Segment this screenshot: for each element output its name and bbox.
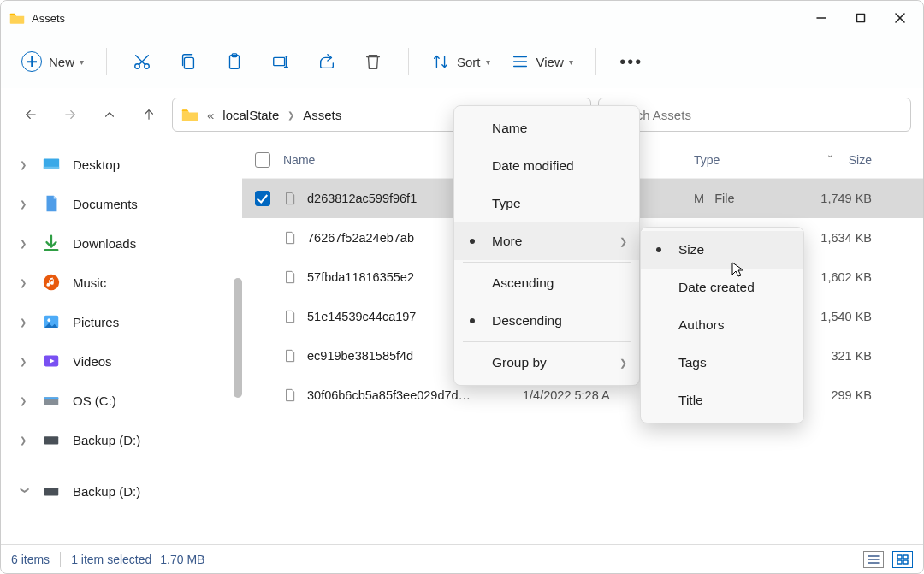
sort-menu: Name Date modified Type More❯ Ascending … — [453, 105, 640, 386]
sidebar-item-pictures[interactable]: ❯Pictures — [6, 302, 237, 341]
plus-circle-icon — [21, 51, 42, 72]
svg-rect-34 — [897, 560, 902, 564]
sort-name[interactable]: Name — [454, 109, 639, 147]
file-icon — [283, 231, 297, 245]
sidebar: ❯Desktop ❯Documents ❯Downloads ❯Music ❯P… — [1, 141, 242, 546]
search-box[interactable] — [598, 98, 911, 132]
sort-ascending[interactable]: Ascending — [454, 264, 639, 302]
breadcrumb-part[interactable]: Assets — [303, 108, 341, 122]
menu-separator — [463, 262, 631, 263]
svg-rect-8 — [184, 57, 193, 68]
more-authors[interactable]: Authors — [641, 306, 803, 344]
sort-more[interactable]: More❯ — [454, 222, 639, 260]
svg-rect-33 — [903, 555, 908, 559]
sort-type[interactable]: Type — [454, 185, 639, 222]
minimize-button[interactable] — [802, 1, 841, 35]
file-icon — [283, 310, 297, 323]
cut-button[interactable] — [121, 43, 163, 80]
chevron-down-icon: ▾ — [569, 57, 573, 67]
sidebar-item-backup-d-1[interactable]: ❯Backup (D:) — [6, 420, 237, 459]
sidebar-item-os-c[interactable]: ❯OS (C:) — [6, 381, 237, 420]
view-thumbnails-toggle[interactable] — [892, 551, 913, 568]
separator — [408, 48, 409, 75]
svg-rect-35 — [903, 560, 908, 564]
forward-button[interactable] — [54, 98, 86, 131]
more-button[interactable]: ••• — [610, 43, 653, 80]
folder-icon — [181, 108, 198, 121]
svg-rect-28 — [44, 488, 59, 495]
breadcrumb-part[interactable]: localState — [222, 108, 279, 122]
chevron-down-icon: ▾ — [80, 57, 84, 67]
row-checkbox[interactable] — [255, 191, 270, 206]
chevron-right-icon: ❯ — [619, 236, 627, 247]
close-button[interactable] — [880, 1, 920, 35]
more-size[interactable]: Size — [641, 231, 803, 269]
list-icon — [511, 52, 530, 71]
status-bar: 6 items 1 item selected 1.70 MB — [1, 544, 923, 573]
view-button[interactable]: View ▾ — [502, 43, 582, 80]
sidebar-item-videos[interactable]: ❯Videos — [6, 341, 237, 381]
rename-button[interactable] — [259, 43, 302, 80]
view-details-toggle[interactable] — [863, 551, 884, 568]
svg-rect-11 — [274, 57, 285, 65]
sidebar-item-documents[interactable]: ❯Documents — [6, 184, 237, 223]
file-icon — [283, 192, 297, 205]
column-type[interactable]: Type — [694, 153, 792, 167]
more-date-created[interactable]: Date created — [641, 269, 803, 306]
window-title: Assets — [32, 12, 65, 25]
recent-button[interactable] — [93, 98, 126, 131]
rename-icon — [271, 52, 290, 71]
sort-descending-icon: ⌄ — [826, 150, 833, 159]
sidebar-item-desktop[interactable]: ❯Desktop — [6, 145, 237, 184]
sidebar-item-music[interactable]: ❯Music — [6, 263, 237, 302]
chevron-down-icon: ▾ — [486, 57, 490, 67]
svg-point-23 — [47, 318, 50, 322]
file-icon — [283, 349, 297, 363]
toolbar: New ▾ Sort ▾ View ▾ ••• — [1, 35, 923, 88]
select-all-checkbox[interactable] — [242, 152, 283, 168]
up-button[interactable] — [133, 98, 165, 131]
delete-button[interactable] — [352, 43, 394, 80]
sidebar-item-backup-d-2[interactable]: ❯Backup (D:) — [6, 471, 237, 511]
separator — [595, 48, 596, 75]
status-selected: 1 item selected — [71, 553, 151, 566]
more-tags[interactable]: Tags — [641, 344, 803, 382]
sort-group-by[interactable]: Group by❯ — [454, 344, 639, 382]
chevron-right-icon: ❯ — [619, 358, 627, 369]
separator — [106, 48, 107, 75]
menu-separator — [463, 341, 631, 342]
sort-more-submenu: Size Date created Authors Tags Title — [640, 227, 804, 423]
file-icon — [283, 388, 297, 402]
copy-button[interactable] — [167, 43, 210, 80]
status-count: 6 items — [11, 553, 50, 566]
maximize-button[interactable] — [841, 1, 880, 35]
clipboard-icon — [225, 52, 244, 71]
column-size[interactable]: ⌄Size — [792, 153, 891, 167]
sidebar-scrollbar[interactable] — [234, 278, 242, 398]
more-title[interactable]: Title — [641, 382, 803, 419]
sidebar-item-downloads[interactable]: ❯Downloads — [6, 223, 237, 263]
svg-rect-32 — [897, 555, 902, 559]
status-size: 1.70 MB — [160, 553, 204, 566]
svg-rect-27 — [44, 436, 59, 444]
share-icon — [317, 52, 336, 71]
svg-rect-1 — [857, 15, 865, 22]
file-icon — [283, 270, 297, 284]
svg-rect-19 — [44, 167, 59, 169]
sort-button[interactable]: Sort ▾ — [423, 43, 499, 80]
copy-icon — [179, 52, 198, 71]
folder-icon — [9, 12, 25, 24]
sort-descending[interactable]: Descending — [454, 302, 639, 340]
sort-date-modified[interactable]: Date modified — [454, 147, 639, 185]
paste-button[interactable] — [213, 43, 256, 80]
new-button[interactable]: New ▾ — [13, 43, 92, 80]
breadcrumb-prefix: « — [207, 108, 214, 122]
scissors-icon — [133, 52, 151, 71]
trash-icon — [364, 52, 382, 71]
share-button[interactable] — [305, 43, 348, 80]
chevron-right-icon: ❯ — [287, 110, 294, 120]
back-button[interactable] — [15, 98, 47, 131]
svg-rect-26 — [44, 397, 59, 399]
search-input[interactable] — [609, 108, 900, 122]
sort-icon — [431, 52, 450, 71]
